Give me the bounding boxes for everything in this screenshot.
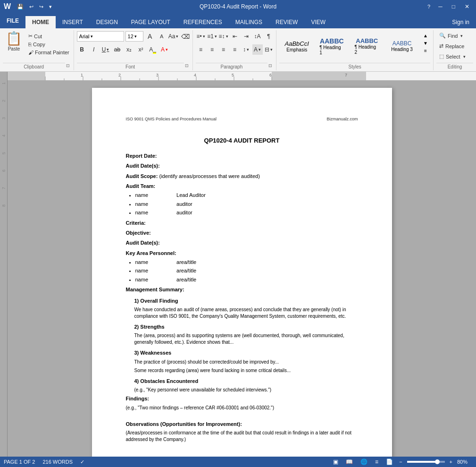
sort-button[interactable]: ↕A [252,31,263,42]
underline-button[interactable]: U▾ [100,44,111,55]
tab-design[interactable]: DESIGN [90,16,125,28]
help-btn[interactable]: ? [426,3,432,10]
objective-field: Objective: [126,229,358,237]
tab-insert[interactable]: INSERT [56,16,90,28]
select-arrow: ▾ [463,54,466,59]
select-button[interactable]: ⬚ Select ▾ [436,52,468,61]
subscript-button[interactable]: x₂ [124,44,134,55]
decrease-indent-button[interactable]: ⇤ [230,31,240,42]
web-layout-btn[interactable]: 🌐 [359,459,369,465]
document-page[interactable]: ISO 9001 QMS Policies and Procedures Man… [92,88,392,463]
outline-btn[interactable]: ≡ [374,459,380,465]
key-personnel-list: name area/title name area/title name are… [135,259,358,283]
bullets-button[interactable]: ≡•▾ [196,31,206,42]
close-btn[interactable]: ✕ [462,2,472,11]
styles-more-btn[interactable]: ≡ [422,47,429,54]
page-number-7-sidebar: 7 [1,187,6,189]
shading-button[interactable]: A▾ [252,44,263,55]
style-heading2-label: ¶ Heading 2 [355,44,379,55]
sign-in-button[interactable]: Sign in [445,16,476,28]
title-bar: W 💾 ↩ ↪ ▾ QP1020-4 Audit Report - Word ?… [0,0,476,13]
border-button[interactable]: ⊟▾ [264,44,274,55]
word-icon: W [4,2,11,11]
clipboard-group: 📋 Paste ✂ Cut ⎘ Copy 🖌 Format Painter C [0,30,74,70]
italic-button[interactable]: I [89,44,99,55]
strikethrough-button[interactable]: ab [112,44,123,55]
select-label: Select [446,54,460,59]
bold-button[interactable]: B [77,44,87,55]
member1-role: Lead Auditor [176,192,206,199]
customize-quick-btn[interactable]: ▾ [48,3,53,11]
font-color-button[interactable]: A▾ [159,44,170,55]
multilevel-button[interactable]: ≡↕▾ [218,31,229,42]
shrink-font-button[interactable]: A [157,31,167,42]
find-button[interactable]: 🔍 Find ▾ [436,31,466,40]
justify-button[interactable]: ≡ [230,44,240,55]
text-highlight-button[interactable]: A_ [148,44,158,55]
numbering-button[interactable]: ≡1▾ [207,31,217,42]
superscript-button[interactable]: x² [136,44,146,55]
change-case-button[interactable]: Aa▾ [168,31,179,42]
font-size-arrow: ▾ [134,34,137,39]
minimize-btn[interactable]: ─ [435,2,445,11]
tab-review[interactable]: REVIEW [269,16,304,28]
font-expand-btn[interactable]: ⊡ [184,63,190,68]
zoom-in-btn[interactable]: + [450,459,452,465]
replace-button[interactable]: ⇄ Replace [436,42,467,51]
format-painter-label: Format Painter [35,50,69,55]
clipboard-expand-btn[interactable]: ⊡ [65,63,71,68]
weaknesses-content2: Some records regarding (area) were found… [134,367,358,374]
zoom-level[interactable]: 80% [457,459,472,465]
tab-mailings[interactable]: MAILINGS [229,16,269,28]
objective-label: Objective: [126,230,151,236]
clipboard-content: 📋 Paste ✂ Cut ⎘ Copy 🖌 Format Painter [3,31,71,61]
format-painter-button[interactable]: 🖌 Format Painter [26,49,71,56]
styles-scroll-down[interactable]: ▼ [422,40,429,46]
paste-button[interactable]: 📋 Paste [3,31,25,52]
undo-quick-btn[interactable]: ↩ [28,3,35,11]
font-family-selector[interactable]: Arial ▾ [77,31,124,42]
line-spacing-button[interactable]: ↕▾ [241,44,251,55]
styles-scroll-up[interactable]: ▲ [422,32,429,39]
restore-btn[interactable]: □ [449,2,458,11]
status-bar: PAGE 1 OF 2 216 WORDS ✓ ▣ 📖 🌐 ≡ 📄 − + 80… [0,457,476,467]
align-right-button[interactable]: ≡ [218,44,229,55]
audit-date2-field: Audit Date(s): [126,239,358,246]
copy-button[interactable]: ⎘ Copy [26,41,71,48]
font-row1: Arial ▾ 12 ▾ A A Aa▾ ⌫ [77,31,191,42]
tab-page-layout[interactable]: PAGE LAYOUT [125,16,177,28]
tab-view[interactable]: VIEW [304,16,332,28]
draft-btn[interactable]: 📄 [384,459,394,465]
style-emphasis[interactable]: AaBbCcI Emphasis [280,38,313,55]
show-hide-button[interactable]: ¶ [264,31,274,42]
font-size-selector[interactable]: 12 ▾ [125,31,143,42]
grow-font-button[interactable]: A [145,31,155,42]
zoom-slider-thumb [435,459,440,464]
tab-file[interactable]: FILE [0,13,25,28]
clear-formatting-button[interactable]: ⌫ [180,31,191,42]
print-layout-btn[interactable]: ▣ [332,459,340,465]
save-quick-btn[interactable]: 💾 [16,3,25,11]
align-left-button[interactable]: ≡ [196,44,206,55]
tab-references[interactable]: REFERENCES [177,16,229,28]
zoom-out-btn[interactable]: − [399,459,402,465]
replace-icon: ⇄ [439,43,443,49]
cut-button[interactable]: ✂ Cut [26,32,71,40]
find-icon: 🔍 [439,33,446,39]
align-center-button[interactable]: ≡ [207,44,217,55]
full-reading-btn[interactable]: 📖 [344,459,354,465]
personnel2-name: name [135,267,149,274]
zoom-slider[interactable] [407,461,445,463]
page-header-left: ISO 9001 QMS Policies and Procedures Man… [126,116,217,122]
paragraph-expand-btn[interactable]: ⊡ [267,63,273,68]
proofing-icon[interactable]: ✓ [80,459,84,465]
style-heading1[interactable]: AABBC ¶ Heading 1 [315,35,348,58]
tab-home[interactable]: HOME [25,16,56,28]
style-heading2[interactable]: AABBC ¶ Heading 2 [351,35,384,57]
styles-content: AaBbCcI Emphasis AABBC ¶ Heading 1 AABBC… [279,31,430,61]
redo-quick-btn[interactable]: ↪ [38,3,45,11]
increase-indent-button[interactable]: ⇥ [241,31,251,42]
style-heading3[interactable]: AABBC Heading 3 [385,38,418,54]
style-heading3-preview: AABBC [392,40,412,47]
audit-date2-label: Audit Date(s): [126,240,160,246]
